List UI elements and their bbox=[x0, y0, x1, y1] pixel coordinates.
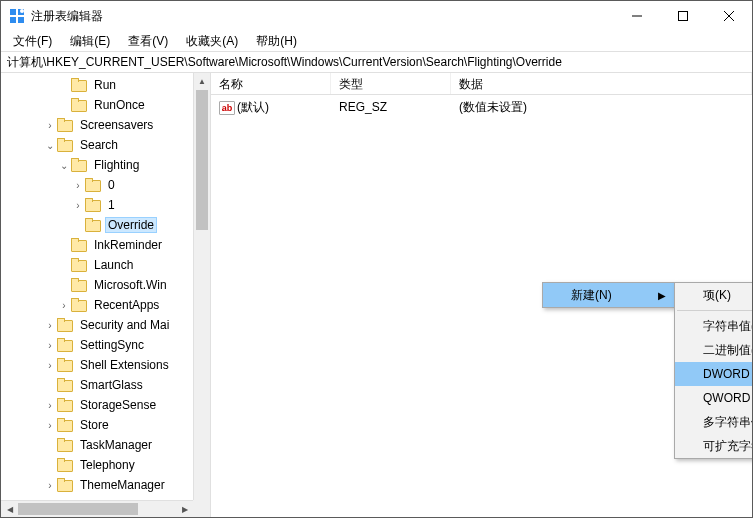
tree-item[interactable]: ›0 bbox=[1, 175, 210, 195]
tree-item[interactable]: Microsoft.Win bbox=[1, 275, 210, 295]
folder-icon bbox=[85, 218, 101, 232]
tree-pane: RunRunOnce›Screensavers⌄Search⌄Flighting… bbox=[1, 73, 211, 517]
menu-favorites[interactable]: 收藏夹(A) bbox=[178, 31, 246, 52]
chevron-right-icon[interactable]: › bbox=[43, 420, 57, 431]
list-row[interactable]: ab(默认)REG_SZ(数值未设置) bbox=[211, 97, 752, 117]
menu-file[interactable]: 文件(F) bbox=[5, 31, 60, 52]
scroll-left-icon[interactable]: ◀ bbox=[1, 501, 18, 517]
folder-icon bbox=[71, 158, 87, 172]
tree-item-label: Shell Extensions bbox=[77, 357, 172, 373]
ctx-item-label: 字符串值(S) bbox=[703, 318, 753, 335]
ctx-new-label: 新建(N) bbox=[571, 287, 612, 304]
tree-item-label: Telephony bbox=[77, 457, 138, 473]
tree-item[interactable]: SmartGlass bbox=[1, 375, 210, 395]
chevron-right-icon[interactable]: › bbox=[43, 120, 57, 131]
minimize-button[interactable] bbox=[614, 1, 660, 31]
ctx-item[interactable]: 项(K) bbox=[675, 283, 753, 307]
maximize-button[interactable] bbox=[660, 1, 706, 31]
ctx-item[interactable]: DWORD (32 位)值(D) bbox=[675, 362, 753, 386]
folder-icon bbox=[57, 318, 73, 332]
ctx-item[interactable]: 二进制值(B) bbox=[675, 338, 753, 362]
list-header: 名称 类型 数据 bbox=[211, 73, 752, 95]
tree-item-label: SettingSync bbox=[77, 337, 147, 353]
tree-item[interactable]: Run bbox=[1, 75, 210, 95]
folder-icon bbox=[57, 118, 73, 132]
tree-item[interactable]: ›Shell Extensions bbox=[1, 355, 210, 375]
menu-view[interactable]: 查看(V) bbox=[120, 31, 176, 52]
svg-rect-6 bbox=[679, 12, 688, 21]
ctx-item[interactable]: 字符串值(S) bbox=[675, 314, 753, 338]
tree-item[interactable]: ›Security and Mai bbox=[1, 315, 210, 335]
chevron-right-icon[interactable]: › bbox=[43, 360, 57, 371]
folder-icon bbox=[71, 258, 87, 272]
string-value-icon: ab bbox=[219, 101, 235, 115]
ctx-item[interactable]: 多字符串值(M) bbox=[675, 410, 753, 434]
tree-scrollbar-v[interactable]: ▲ ▼ bbox=[193, 73, 210, 517]
chevron-down-icon[interactable]: ⌄ bbox=[57, 160, 71, 171]
tree-item-label: Search bbox=[77, 137, 121, 153]
tree-item[interactable]: ›SettingSync bbox=[1, 335, 210, 355]
ctx-item-label: DWORD (32 位)值(D) bbox=[703, 366, 753, 383]
tree-item[interactable]: ⌄Search bbox=[1, 135, 210, 155]
tree-item[interactable]: TaskManager bbox=[1, 435, 210, 455]
address-bar[interactable]: 计算机\HKEY_CURRENT_USER\Software\Microsoft… bbox=[1, 51, 752, 73]
tree-item[interactable]: ›Store bbox=[1, 415, 210, 435]
ctx-item-label: 二进制值(B) bbox=[703, 342, 753, 359]
close-button[interactable] bbox=[706, 1, 752, 31]
col-type[interactable]: 类型 bbox=[331, 73, 451, 94]
ctx-item[interactable]: 可扩充字符串值(E) bbox=[675, 434, 753, 458]
chevron-right-icon[interactable]: › bbox=[43, 340, 57, 351]
tree-item[interactable]: Telephony bbox=[1, 455, 210, 475]
tree-item-label: Run bbox=[91, 77, 119, 93]
tree-item-label: SmartGlass bbox=[77, 377, 146, 393]
tree-item[interactable]: Override bbox=[1, 215, 210, 235]
chevron-right-icon[interactable]: › bbox=[71, 180, 85, 191]
tree-item[interactable]: Launch bbox=[1, 255, 210, 275]
tree-item-label: InkReminder bbox=[91, 237, 165, 253]
app-icon bbox=[9, 8, 25, 24]
chevron-right-icon[interactable]: › bbox=[43, 320, 57, 331]
context-menu: 新建(N) ▶ bbox=[542, 282, 675, 308]
folder-icon bbox=[57, 358, 73, 372]
tree-item[interactable]: InkReminder bbox=[1, 235, 210, 255]
col-data[interactable]: 数据 bbox=[451, 73, 752, 94]
col-name[interactable]: 名称 bbox=[211, 73, 331, 94]
svg-rect-3 bbox=[18, 17, 24, 23]
tree-item[interactable]: ›1 bbox=[1, 195, 210, 215]
menu-help[interactable]: 帮助(H) bbox=[248, 31, 305, 52]
tree-item-label: StorageSense bbox=[77, 397, 159, 413]
tree-item-label: Override bbox=[105, 217, 157, 233]
tree-item-label: Launch bbox=[91, 257, 136, 273]
chevron-right-icon[interactable]: › bbox=[57, 300, 71, 311]
scroll-thumb-v[interactable] bbox=[196, 90, 208, 230]
tree-item-label: RunOnce bbox=[91, 97, 148, 113]
tree-item-label: Microsoft.Win bbox=[91, 277, 170, 293]
scroll-thumb-h[interactable] bbox=[18, 503, 138, 515]
chevron-right-icon[interactable]: › bbox=[71, 200, 85, 211]
tree-item[interactable]: ›ThemeManager bbox=[1, 475, 210, 495]
svg-rect-2 bbox=[10, 17, 16, 23]
ctx-new[interactable]: 新建(N) ▶ bbox=[543, 283, 674, 307]
tree-item-label: ThemeManager bbox=[77, 477, 168, 493]
tree-item[interactable]: ›Screensavers bbox=[1, 115, 210, 135]
tree-item[interactable]: ›RecentApps bbox=[1, 295, 210, 315]
tree-item[interactable]: ›StorageSense bbox=[1, 395, 210, 415]
chevron-right-icon[interactable]: › bbox=[43, 400, 57, 411]
scroll-up-icon[interactable]: ▲ bbox=[194, 73, 210, 90]
tree-item[interactable]: RunOnce bbox=[1, 95, 210, 115]
ctx-item[interactable]: QWORD (64 位)值(Q) bbox=[675, 386, 753, 410]
titlebar: 注册表编辑器 bbox=[1, 1, 752, 31]
tree-item[interactable]: ⌄Flighting bbox=[1, 155, 210, 175]
ctx-item-label: 可扩充字符串值(E) bbox=[703, 438, 753, 455]
window-title: 注册表编辑器 bbox=[31, 8, 614, 25]
chevron-down-icon[interactable]: ⌄ bbox=[43, 140, 57, 151]
folder-icon bbox=[85, 178, 101, 192]
folder-icon bbox=[57, 418, 73, 432]
scroll-right-icon[interactable]: ▶ bbox=[176, 501, 193, 517]
menu-edit[interactable]: 编辑(E) bbox=[62, 31, 118, 52]
tree-scrollbar-h[interactable]: ◀ ▶ bbox=[1, 500, 193, 517]
folder-icon bbox=[57, 338, 73, 352]
chevron-right-icon[interactable]: › bbox=[43, 480, 57, 491]
submenu-arrow-icon: ▶ bbox=[658, 290, 666, 301]
folder-icon bbox=[57, 458, 73, 472]
